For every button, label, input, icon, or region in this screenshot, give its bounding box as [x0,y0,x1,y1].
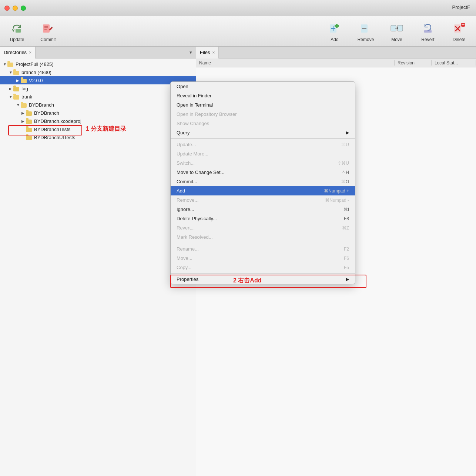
menu-label-delete-physically: Delete Physically... [177,216,217,221]
svg-rect-1 [43,24,50,33]
delete-label: Delete [453,37,466,42]
add-toolbar-button[interactable]: Add [324,21,346,42]
menu-item-remove: Remove... ⌘Numpad - [171,195,355,205]
menu-label-rename: Rename... [177,246,199,252]
menu-item-switch: Switch... ⇧⌘U [171,158,355,168]
menu-label-open-repo: Open in Repository Browser [177,111,237,117]
update-button[interactable]: Update [6,21,28,42]
tree-item-tag[interactable]: ▶ tag [0,84,196,93]
separator-1 [171,138,355,139]
tree-item-bydbranch-uitests[interactable]: ▶ BYDBranchUITests [0,133,196,141]
shortcut-move-changeset: ^ H [342,170,349,175]
submenu-arrow-properties: ▶ [346,277,349,282]
folder-icon-bydbranch-sub [26,110,33,116]
shortcut-revert: ⌘Z [342,225,349,231]
menu-label-update: Update... [177,142,196,147]
directories-tab[interactable]: Directories × [0,47,36,58]
tree-item-bydbranch-xcode[interactable]: ▶ BYDBranch.xcodeproj [0,117,196,125]
shortcut-copy: F5 [344,265,349,270]
shortcut-commit: ⌘O [341,179,349,184]
move-icon [389,21,404,36]
menu-item-query[interactable]: Query ▶ [171,128,355,137]
files-tab[interactable]: Files × [196,47,219,58]
folder-icon-trunk [13,94,20,100]
menu-item-move-changeset[interactable]: Move to Change Set... ^ H [171,168,355,177]
tree-item-branch[interactable]: ▼ branch (4830) [0,68,196,76]
delete-icon [452,21,466,36]
shortcut-ignore: ⌘I [343,207,349,212]
tree-item-trunk[interactable]: ▼ trunk [0,93,196,101]
menu-item-copy: Copy... F5 [171,263,355,272]
menu-label-ignore: Ignore... [177,207,194,212]
close-button[interactable] [4,6,10,11]
menu-item-delete-physically[interactable]: Delete Physically... F8 [171,214,355,223]
commit-label: Commit [40,37,56,42]
directories-tab-close[interactable]: × [29,50,31,55]
folder-icon-v200 [21,77,27,83]
maximize-button[interactable] [21,6,26,11]
menu-label-switch: Switch... [177,160,195,166]
add-icon [327,21,342,36]
menu-item-rename: Rename... F2 [171,244,355,254]
arrow-trunk: ▼ [9,95,13,99]
menu-label-add: Add [177,188,185,194]
folder-icon-bydbranch-root [21,102,27,108]
remove-button[interactable]: Remove [355,21,377,42]
menu-label-open: Open [177,84,188,89]
directory-tree: ▼ ProjectFull (4825) ▼ branch (4830) ▶ [0,58,196,476]
revert-label: Revert [421,37,434,42]
remove-label: Remove [358,37,374,42]
menu-item-open-terminal[interactable]: Open in Terminal [171,100,355,110]
menu-item-move: Move... F6 [171,254,355,263]
menu-item-open[interactable]: Open [171,82,355,91]
files-tab-close[interactable]: × [212,50,215,55]
minimize-button[interactable] [13,6,18,11]
menu-item-properties[interactable]: Properties ▶ [171,275,355,284]
delete-button[interactable]: Delete [448,21,470,42]
item-label-branch: branch (4830) [21,70,51,75]
menu-label-move-changeset: Move to Change Set... [177,170,224,175]
tree-item-v200[interactable]: ▶ V2.0.0 [0,76,196,84]
menu-label-mark-resolved: Mark Resolved... [177,234,213,240]
move-button[interactable]: Move [386,21,408,42]
menu-label-reveal-finder: Reveal in Finder [177,93,212,98]
menu-label-update-more: Update More... [177,151,208,157]
menu-label-copy: Copy... [177,265,191,270]
menu-item-ignore[interactable]: Ignore... ⌘I [171,205,355,214]
commit-button[interactable]: Commit [37,21,59,42]
arrow-bydbranch-root: ▼ [16,103,21,107]
arrow-bydbranch-xcode: ▶ [21,119,26,123]
remove-icon [358,21,373,36]
tree-item-projectfull[interactable]: ▼ ProjectFull (4825) [0,60,196,68]
menu-item-add[interactable]: Add ⌘Numpad + [171,186,355,195]
left-panel: Directories × ▾ ▼ ProjectFull (4825) ▼ [0,47,196,476]
window-title: ProjectF [452,4,470,10]
files-col-name: Name [196,60,395,66]
folder-icon-bydbranchtests [26,126,33,132]
files-col-revision: Revision [395,60,432,66]
menu-item-reveal-finder[interactable]: Reveal in Finder [171,91,355,100]
traffic-lights [4,6,26,11]
arrow-branch: ▼ [9,70,13,74]
item-label-projectfull: ProjectFull (4825) [16,61,54,67]
shortcut-remove: ⌘Numpad - [325,198,349,203]
revert-button[interactable]: Revert [417,21,439,42]
item-label-bydbranch-sub: BYDBranch [34,110,59,116]
tree-item-bydbranch-sub[interactable]: ▶ BYDBranch [0,109,196,117]
directories-tab-bar: Directories × ▾ [0,47,196,58]
menu-label-remove: Remove... [177,197,198,203]
shortcut-rename: F2 [344,247,349,252]
menu-item-commit[interactable]: Commit... ⌘O [171,177,355,186]
shortcut-add: ⌘Numpad + [324,188,349,194]
tree-item-bydbranch-root[interactable]: ▼ BYDBranch [0,101,196,109]
menu-item-mark-resolved: Mark Resolved... [171,232,355,242]
tab-dropdown[interactable]: ▾ [186,50,196,55]
folder-icon-bydbranch-uitests [26,134,33,140]
item-label-bydbranch-root: BYDBranch [29,102,54,108]
folder-icon-projectfull [7,61,14,67]
files-header: Name Revision Local Stat... [196,58,476,67]
shortcut-move: F6 [344,256,349,261]
tree-item-bydbranchtests[interactable]: ▶ BYDBranchTests [0,125,196,133]
revert-icon [420,21,435,36]
svg-rect-10 [391,25,396,31]
